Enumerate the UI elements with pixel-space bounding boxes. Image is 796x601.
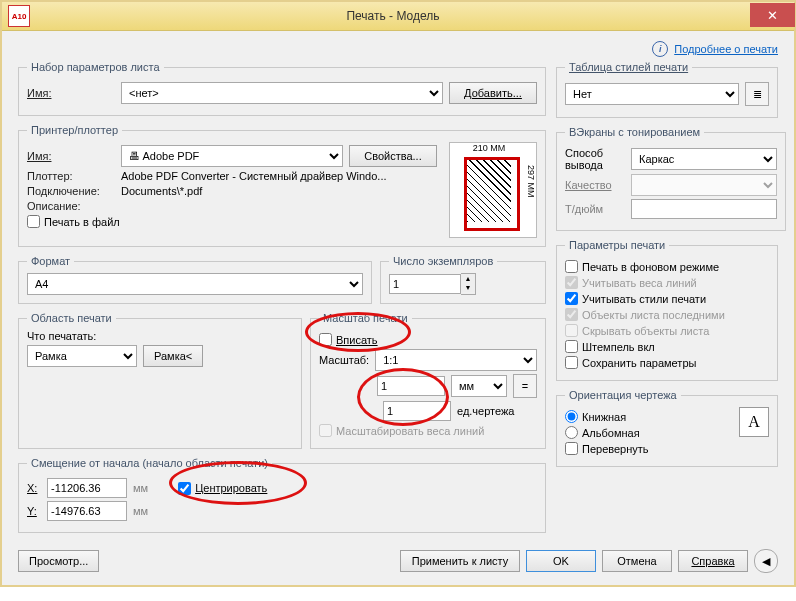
scale-lineweights-label: Масштабировать веса линий (336, 425, 484, 437)
copies-legend: Число экземпляров (389, 255, 497, 267)
app-icon: A10 (8, 5, 30, 27)
paper-preview: 210 MM 297 MM (449, 142, 537, 238)
page-set-name-select[interactable]: <нет> (121, 82, 443, 104)
orientation-portrait-radio[interactable] (565, 410, 578, 423)
plotter-value: Adobe PDF Converter - Системный драйвер … (121, 170, 387, 182)
shade-mode-select[interactable]: Каркас (631, 148, 777, 170)
plot-offset-legend: Смещение от начала (начало области печат… (27, 457, 272, 469)
shaded-viewport-legend: ВЭкраны с тонированием (565, 126, 704, 138)
scale-drawing-input[interactable] (383, 401, 451, 421)
description-label: Описание: (27, 200, 115, 212)
paper-width-label: 210 MM (464, 143, 514, 153)
paper-size-group: Формат A4 (18, 255, 372, 304)
dpi-input (631, 199, 777, 219)
opt-lineweights-checkbox (565, 276, 578, 289)
offset-x-label: X: (27, 482, 41, 494)
preview-button[interactable]: Просмотр... (18, 550, 99, 572)
scale-lineweights-checkbox (319, 424, 332, 437)
copies-input[interactable] (389, 274, 461, 294)
orientation-icon: A (739, 407, 769, 437)
paper-size-select[interactable]: A4 (27, 273, 363, 295)
print-to-file-label: Печать в файл (44, 216, 120, 228)
fit-to-paper-checkbox[interactable] (319, 333, 332, 346)
scale-equals-icon: = (513, 374, 537, 398)
page-set-name-label: Имя: (27, 87, 115, 99)
plot-style-select[interactable]: Нет (565, 83, 739, 105)
offset-y-input[interactable] (47, 501, 127, 521)
offset-x-input[interactable] (47, 478, 127, 498)
plot-scale-legend: Масштаб печати (319, 312, 412, 324)
plotter-label: Плоттер: (27, 170, 115, 182)
shade-mode-label: Способ вывода (565, 147, 625, 171)
offset-x-unit: мм (133, 482, 148, 494)
add-page-set-button[interactable]: Добавить... (449, 82, 537, 104)
quality-select (631, 174, 777, 196)
plot-options-group: Параметры печати Печать в фоновом режиме… (556, 239, 778, 381)
paper-height-label: 297 MM (526, 165, 536, 198)
printer-name-select[interactable]: 🖶 Adobe PDF (121, 145, 343, 167)
opt-save-checkbox[interactable] (565, 356, 578, 369)
print-to-file-checkbox[interactable] (27, 215, 40, 228)
offset-y-unit: мм (133, 505, 148, 517)
scale-select[interactable]: 1:1 (375, 349, 537, 371)
plot-offset-group: Смещение от начала (начало области печат… (18, 457, 546, 533)
window-title: Печать - Модель (36, 9, 750, 23)
orientation-legend: Ориентация чертежа (565, 389, 681, 401)
paper-size-legend: Формат (27, 255, 74, 267)
printer-group: Принтер/плоттер Имя: 🖶 Adobe PDF Свойств… (18, 124, 546, 247)
opt-background-checkbox[interactable] (565, 260, 578, 273)
opt-stamp-checkbox[interactable] (565, 340, 578, 353)
print-dialog: A10 Печать - Модель ✕ i Подробнее о печа… (0, 0, 796, 587)
info-icon: i (652, 41, 668, 57)
spin-down-icon[interactable]: ▼ (461, 283, 475, 292)
opt-paperspace-last-checkbox (565, 308, 578, 321)
expand-button[interactable]: ◀ (754, 549, 778, 573)
copies-spinner[interactable]: ▲▼ (461, 273, 476, 295)
apply-to-layout-button[interactable]: Применить к листу (400, 550, 520, 572)
page-set-legend: Набор параметров листа (27, 61, 164, 73)
plot-style-group: Таблица стилей печати Нет ≣ (556, 61, 778, 118)
spin-up-icon[interactable]: ▲ (461, 274, 475, 283)
shaded-viewport-group: ВЭкраны с тонированием Способ выводаКарк… (556, 126, 786, 231)
plot-options-legend: Параметры печати (565, 239, 669, 251)
center-plot-checkbox[interactable] (178, 482, 191, 495)
plot-style-legend: Таблица стилей печати (565, 61, 692, 73)
orientation-landscape-radio[interactable] (565, 426, 578, 439)
plot-scale-group: Масштаб печати Вписать Масштаб: 1:1 мм = (310, 312, 546, 449)
scale-units-select[interactable]: мм (451, 375, 507, 397)
quality-label: Качество (565, 179, 625, 191)
printer-name-label: Имя: (27, 150, 115, 162)
scale-label: Масштаб: (319, 354, 369, 366)
scale-paper-input[interactable] (377, 376, 445, 396)
printer-properties-button[interactable]: Свойства... (349, 145, 437, 167)
copies-group: Число экземпляров ▲▼ (380, 255, 546, 304)
connection-label: Подключение: (27, 185, 115, 197)
orientation-group: Ориентация чертежа Книжная Альбомная Пер… (556, 389, 778, 467)
ok-button[interactable]: OK (526, 550, 596, 572)
titlebar: A10 Печать - Модель ✕ (2, 2, 794, 31)
printer-legend: Принтер/плоттер (27, 124, 122, 136)
help-link[interactable]: Подробнее о печати (674, 43, 778, 55)
what-to-plot-label: Что печатать: (27, 330, 293, 342)
plot-area-select[interactable]: Рамка (27, 345, 137, 367)
close-button[interactable]: ✕ (750, 3, 795, 27)
fit-to-paper-label: Вписать (336, 334, 378, 346)
help-button[interactable]: Справка (678, 550, 748, 572)
center-plot-label: Центрировать (195, 482, 267, 494)
plot-area-legend: Область печати (27, 312, 116, 324)
cancel-button[interactable]: Отмена (602, 550, 672, 572)
plot-style-edit-button[interactable]: ≣ (745, 82, 769, 106)
page-set-group: Набор параметров листа Имя: <нет> Добави… (18, 61, 546, 116)
opt-hide-objects-checkbox (565, 324, 578, 337)
connection-value: Documents\*.pdf (121, 185, 202, 197)
orientation-reverse-checkbox[interactable] (565, 442, 578, 455)
opt-plot-styles-checkbox[interactable] (565, 292, 578, 305)
plot-area-group: Область печати Что печатать: Рамка Рамка… (18, 312, 302, 449)
window-pick-button[interactable]: Рамка< (143, 345, 203, 367)
offset-y-label: Y: (27, 505, 41, 517)
dpi-label: Т/дюйм (565, 203, 625, 215)
drawing-units-label: ед.чертежа (457, 405, 537, 417)
